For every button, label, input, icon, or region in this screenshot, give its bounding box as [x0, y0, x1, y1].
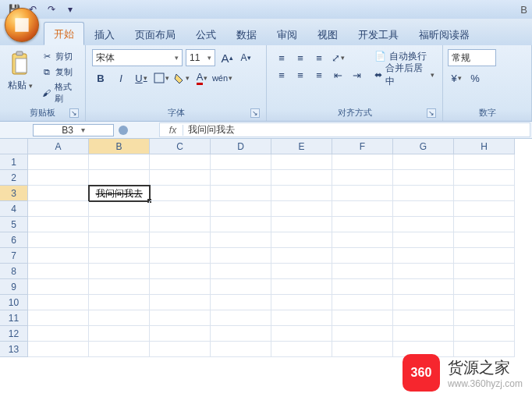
cell[interactable]	[332, 279, 393, 295]
cell[interactable]	[393, 264, 454, 279]
cell[interactable]	[89, 295, 150, 310]
cell[interactable]	[454, 279, 515, 295]
cell[interactable]	[150, 186, 211, 201]
cell[interactable]	[150, 201, 211, 217]
cell[interactable]	[393, 248, 454, 264]
italic-button[interactable]: I	[112, 69, 129, 87]
cell[interactable]	[89, 310, 150, 326]
cell[interactable]	[89, 264, 150, 279]
cell[interactable]	[393, 279, 454, 295]
cell[interactable]	[332, 342, 393, 357]
cell[interactable]	[28, 232, 89, 248]
align-left-icon[interactable]: ≡	[273, 66, 290, 83]
cell[interactable]	[332, 201, 393, 217]
cell[interactable]	[150, 217, 211, 232]
indent-increase-icon[interactable]: ⇥	[348, 66, 365, 83]
cell[interactable]	[150, 342, 211, 357]
grow-font-icon[interactable]: A▴	[218, 49, 236, 66]
cell[interactable]	[271, 217, 332, 232]
cell[interactable]	[271, 295, 332, 310]
redo-icon[interactable]: ↷	[44, 2, 59, 17]
cell[interactable]	[28, 295, 89, 310]
cell[interactable]	[454, 154, 515, 170]
fill-color-button[interactable]: ▾	[173, 69, 190, 87]
cell[interactable]	[271, 186, 332, 201]
cell[interactable]	[332, 232, 393, 248]
cell[interactable]	[211, 232, 271, 248]
cell[interactable]	[393, 295, 454, 310]
cell[interactable]	[150, 232, 211, 248]
cell[interactable]	[28, 342, 89, 357]
percent-icon[interactable]: %	[466, 69, 484, 87]
cell[interactable]	[150, 310, 211, 326]
cell[interactable]	[332, 170, 393, 186]
align-middle-icon[interactable]: ≡	[292, 49, 309, 66]
tab-data[interactable]: 数据	[226, 23, 267, 45]
cell[interactable]	[393, 326, 454, 342]
cell[interactable]	[89, 170, 150, 186]
paste-icon[interactable]	[8, 49, 33, 77]
row-header[interactable]: 9	[0, 279, 28, 295]
row-header[interactable]: 3	[0, 186, 28, 201]
font-color-button[interactable]: A▾	[193, 69, 211, 87]
cell[interactable]	[89, 154, 150, 170]
column-header[interactable]: E	[271, 139, 332, 154]
cell[interactable]	[454, 201, 515, 217]
cell[interactable]	[454, 310, 515, 326]
tab-insert[interactable]: 插入	[84, 23, 125, 45]
phonetic-button[interactable]: wén▾	[214, 69, 231, 87]
cell[interactable]	[89, 201, 150, 217]
cell[interactable]	[332, 217, 393, 232]
orientation-icon[interactable]: ⤢▾	[329, 49, 346, 66]
cell[interactable]	[332, 154, 393, 170]
cell[interactable]	[150, 326, 211, 342]
cell[interactable]	[211, 326, 271, 342]
cell[interactable]	[89, 279, 150, 295]
cell[interactable]	[393, 186, 454, 201]
bold-button[interactable]: B	[92, 69, 109, 87]
fx-icon[interactable]: fx	[163, 125, 183, 136]
cell[interactable]	[271, 154, 332, 170]
cell[interactable]	[271, 326, 332, 342]
cell[interactable]	[28, 217, 89, 232]
cell[interactable]	[454, 295, 515, 310]
cell[interactable]	[89, 232, 150, 248]
cell[interactable]	[454, 326, 515, 342]
cell[interactable]	[28, 310, 89, 326]
cell[interactable]	[211, 342, 271, 357]
cell[interactable]	[150, 295, 211, 310]
cell[interactable]	[28, 248, 89, 264]
cell[interactable]	[271, 279, 332, 295]
row-header[interactable]: 12	[0, 326, 28, 342]
cell[interactable]	[211, 279, 271, 295]
tab-review[interactable]: 审阅	[267, 23, 307, 45]
cell[interactable]	[28, 264, 89, 279]
align-top-icon[interactable]: ≡	[273, 49, 290, 66]
align-bottom-icon[interactable]: ≡	[310, 49, 328, 66]
cell[interactable]	[393, 310, 454, 326]
cell[interactable]	[211, 264, 271, 279]
cell[interactable]	[454, 186, 515, 201]
name-box-handle[interactable]	[119, 126, 128, 135]
copy-button[interactable]: ⧉复制	[39, 65, 80, 79]
shrink-font-icon[interactable]: A▾	[237, 49, 254, 66]
alignment-launcher[interactable]: ↘	[427, 108, 436, 118]
column-header[interactable]: B	[89, 139, 150, 154]
row-header[interactable]: 5	[0, 217, 28, 232]
align-right-icon[interactable]: ≡	[310, 66, 328, 83]
cell[interactable]	[454, 232, 515, 248]
cell[interactable]	[211, 201, 271, 217]
cell[interactable]	[271, 310, 332, 326]
cell[interactable]	[150, 248, 211, 264]
cell[interactable]	[28, 186, 89, 201]
cell[interactable]	[211, 248, 271, 264]
tab-foxit[interactable]: 福昕阅读器	[409, 23, 480, 45]
format-painter-button[interactable]: 🖌格式刷	[39, 80, 80, 105]
row-header[interactable]: 1	[0, 154, 28, 170]
cell[interactable]	[271, 342, 332, 357]
font-name-combo[interactable]: 宋体▾	[92, 49, 183, 66]
tab-page-layout[interactable]: 页面布局	[125, 23, 186, 45]
row-header[interactable]: 6	[0, 232, 28, 248]
cell[interactable]	[89, 342, 150, 357]
cell[interactable]	[28, 201, 89, 217]
